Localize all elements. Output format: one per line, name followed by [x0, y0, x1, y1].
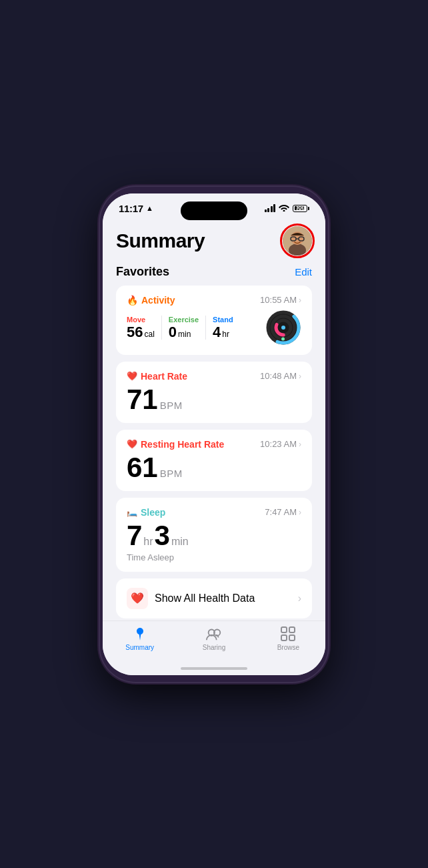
tab-summary[interactable]: Summary [103, 626, 177, 651]
move-label: Move [127, 316, 155, 324]
show-all-chevron: › [298, 592, 301, 604]
resting-time: 10:23 AM › [260, 439, 301, 449]
health-heart-icon: ❤️ [131, 592, 144, 604]
heart-rate-unit: BPM [160, 400, 183, 410]
home-bar [181, 667, 247, 670]
sleep-header: 🛏️ Sleep 7:47 AM › [127, 507, 301, 518]
move-value: 56 [127, 325, 143, 340]
metrics-group: Move 56 cal Exercise 0 min [127, 316, 265, 340]
sleep-minutes-unit: min [171, 536, 189, 548]
sleep-minutes: 3 [155, 522, 170, 550]
sleep-label: Time Asleep [127, 552, 301, 562]
battery-level: 88 [296, 205, 303, 212]
edit-button[interactable]: Edit [295, 266, 312, 278]
stand-value: 4 [213, 325, 221, 340]
sleep-icon: 🛏️ [127, 507, 137, 517]
activity-card-header: 🔥 Activity 10:55 AM › [127, 295, 301, 306]
resting-value: 61 [127, 454, 158, 482]
resting-chevron: › [299, 440, 301, 449]
svg-rect-17 [289, 627, 295, 632]
sleep-chevron: › [299, 508, 301, 517]
avatar-ring [280, 224, 315, 258]
activity-title: Activity [141, 295, 175, 306]
health-data-left: ❤️ Show All Health Data [127, 588, 255, 609]
signal-bars [265, 204, 276, 212]
exercise-label: Exercise [169, 316, 199, 324]
dynamic-island [181, 201, 247, 220]
svg-rect-16 [281, 627, 287, 632]
heart-rate-title-row: ❤️ Heart Rate [127, 371, 187, 382]
summary-tab-icon [131, 626, 149, 641]
sleep-title-row: 🛏️ Sleep [127, 507, 165, 518]
stand-metric: Stand 4 hr [213, 316, 240, 340]
sleep-time: 7:47 AM › [265, 507, 301, 517]
tab-bar: Summary Sharing [103, 620, 325, 662]
heart-rate-card[interactable]: ❤️ Heart Rate 10:48 AM › 71 BPM [116, 362, 312, 423]
activity-ring [265, 310, 301, 346]
browse-tab-icon [279, 626, 297, 641]
page-header: Summary [116, 224, 312, 256]
heart-rate-value: 71 [127, 386, 158, 414]
home-indicator [103, 662, 325, 675]
sleep-hours-unit: hr [143, 536, 153, 548]
battery-icon: 88 [293, 205, 309, 212]
location-icon: ▲ [146, 204, 153, 212]
sleep-card[interactable]: 🛏️ Sleep 7:47 AM › 7 hr 3 min Time Aslee… [116, 498, 312, 572]
stand-label: Stand [213, 316, 233, 324]
activity-chevron: › [299, 296, 301, 305]
activity-body: Move 56 cal Exercise 0 min [127, 310, 301, 346]
status-time: 11:17 [119, 203, 143, 214]
sleep-title: Sleep [141, 507, 165, 518]
sleep-hours: 7 [127, 522, 142, 550]
activity-time: 10:55 AM › [260, 295, 301, 305]
main-content[interactable]: Summary [103, 218, 325, 620]
svg-rect-18 [281, 635, 287, 640]
exercise-unit: min [178, 330, 191, 339]
health-data-row: ❤️ Show All Health Data › [127, 588, 301, 609]
activity-card[interactable]: 🔥 Activity 10:55 AM › Move 56 [116, 286, 312, 355]
exercise-value: 0 [169, 325, 177, 340]
heart-rate-display: 71 BPM [127, 386, 301, 414]
sharing-tab-label: Sharing [203, 644, 225, 651]
heart-rate-icon: ❤️ [127, 371, 137, 381]
resting-heart-icon: ❤️ [127, 439, 137, 449]
move-metric: Move 56 cal [127, 316, 162, 340]
resting-unit: BPM [160, 468, 183, 478]
svg-rect-19 [289, 635, 295, 640]
resting-heart-rate-card[interactable]: ❤️ Resting Heart Rate 10:23 AM › 61 BPM [116, 430, 312, 491]
sleep-display: 7 hr 3 min [127, 522, 301, 550]
browse-tab-label: Browse [277, 644, 299, 651]
tab-browse[interactable]: Browse [251, 626, 325, 651]
summary-tab-label: Summary [125, 644, 154, 651]
resting-heart-title: Resting Heart Rate [141, 439, 224, 450]
resting-bpm-display: 61 BPM [127, 454, 301, 482]
status-icons: 88 [265, 203, 310, 213]
exercise-metric: Exercise 0 min [169, 316, 206, 340]
phone-screen: 11:17 ▲ 88 [103, 193, 325, 675]
heart-rate-title: Heart Rate [141, 371, 187, 382]
tab-sharing[interactable]: Sharing [177, 626, 251, 651]
heart-rate-header: ❤️ Heart Rate 10:48 AM › [127, 371, 301, 382]
heart-rate-time: 10:48 AM › [260, 371, 301, 381]
avatar-container[interactable] [283, 226, 312, 256]
section-header: Favorites Edit [116, 265, 312, 279]
show-all-card[interactable]: ❤️ Show All Health Data › [116, 578, 312, 618]
resting-header: ❤️ Resting Heart Rate 10:23 AM › [127, 439, 301, 450]
fire-icon: 🔥 [127, 295, 138, 306]
sharing-tab-icon [205, 626, 223, 641]
stand-unit: hr [222, 330, 229, 339]
heart-rate-chevron: › [299, 372, 301, 381]
favorites-title: Favorites [116, 265, 169, 279]
resting-title-row: ❤️ Resting Heart Rate [127, 439, 224, 450]
page-title: Summary [116, 230, 205, 252]
move-unit: cal [144, 330, 154, 339]
phone-frame: 11:17 ▲ 88 [100, 187, 328, 682]
health-icon-box: ❤️ [127, 588, 148, 609]
wifi-icon [279, 203, 289, 213]
activity-title-row: 🔥 Activity [127, 295, 175, 306]
show-all-label: Show All Health Data [155, 592, 255, 604]
svg-point-13 [281, 326, 285, 330]
